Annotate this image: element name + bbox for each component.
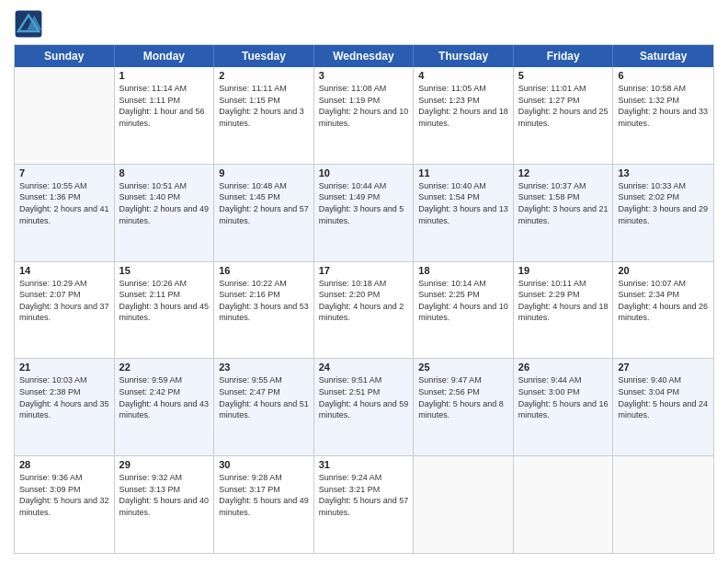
day-info: Sunrise: 9:40 AMSunset: 3:04 PMDaylight:… — [618, 374, 709, 420]
day-number: 2 — [219, 70, 309, 81]
calendar-cell: 18Sunrise: 10:14 AMSunset: 2:25 PMDaylig… — [414, 262, 514, 359]
calendar-cell: 3Sunrise: 11:08 AMSunset: 1:19 PMDayligh… — [314, 67, 415, 164]
day-number: 5 — [518, 70, 609, 81]
calendar-cell: 15Sunrise: 10:26 AMSunset: 2:11 PMDaylig… — [115, 262, 215, 359]
calendar-cell: 31Sunrise: 9:24 AMSunset: 3:21 PMDayligh… — [314, 456, 415, 553]
day-number: 24 — [319, 362, 409, 373]
day-info: Sunrise: 9:44 AMSunset: 3:00 PMDaylight:… — [518, 374, 609, 420]
day-number: 4 — [418, 70, 508, 81]
day-number: 23 — [219, 362, 309, 373]
calendar-cell: 23Sunrise: 9:55 AMSunset: 2:47 PMDayligh… — [214, 359, 314, 455]
calendar-cell — [514, 456, 614, 553]
calendar-header-row: SundayMondayTuesdayWednesdayThursdayFrid… — [15, 45, 713, 67]
day-number: 18 — [418, 265, 508, 276]
calendar-row: 21Sunrise: 10:03 AMSunset: 2:38 PMDaylig… — [15, 359, 713, 456]
calendar-cell: 24Sunrise: 9:51 AMSunset: 2:51 PMDayligh… — [314, 359, 415, 455]
calendar-cell: 16Sunrise: 10:22 AMSunset: 2:16 PMDaylig… — [214, 262, 314, 359]
calendar-header-cell: Tuesday — [214, 45, 314, 67]
day-number: 10 — [319, 167, 409, 178]
day-info: Sunrise: 10:40 AMSunset: 1:54 PMDaylight… — [418, 180, 508, 226]
day-number: 11 — [418, 167, 508, 178]
calendar-header-cell: Sunday — [15, 45, 115, 67]
day-info: Sunrise: 9:28 AMSunset: 3:17 PMDaylight:… — [219, 472, 309, 518]
calendar-cell — [414, 456, 514, 553]
calendar-cell: 21Sunrise: 10:03 AMSunset: 2:38 PMDaylig… — [15, 359, 115, 455]
calendar-cell: 11Sunrise: 10:40 AMSunset: 1:54 PMDaylig… — [414, 165, 514, 261]
calendar-cell: 29Sunrise: 9:32 AMSunset: 3:13 PMDayligh… — [115, 456, 215, 553]
calendar-cell: 22Sunrise: 9:59 AMSunset: 2:42 PMDayligh… — [115, 359, 215, 455]
day-number: 16 — [219, 265, 309, 276]
calendar: SundayMondayTuesdayWednesdayThursdayFrid… — [14, 44, 714, 554]
header — [14, 9, 714, 39]
calendar-row: 7Sunrise: 10:55 AMSunset: 1:36 PMDayligh… — [15, 165, 713, 262]
calendar-cell: 27Sunrise: 9:40 AMSunset: 3:04 PMDayligh… — [613, 359, 713, 455]
day-info: Sunrise: 11:11 AMSunset: 1:15 PMDaylight… — [219, 83, 309, 129]
day-info: Sunrise: 10:07 AMSunset: 2:34 PMDaylight… — [618, 278, 709, 324]
day-info: Sunrise: 9:51 AMSunset: 2:51 PMDaylight:… — [319, 374, 409, 420]
day-number: 15 — [119, 265, 210, 276]
calendar-row: 28Sunrise: 9:36 AMSunset: 3:09 PMDayligh… — [15, 456, 713, 553]
calendar-cell: 12Sunrise: 10:37 AMSunset: 1:58 PMDaylig… — [514, 165, 614, 261]
day-info: Sunrise: 11:01 AMSunset: 1:27 PMDaylight… — [518, 83, 609, 129]
calendar-cell: 17Sunrise: 10:18 AMSunset: 2:20 PMDaylig… — [314, 262, 415, 359]
day-number: 30 — [219, 459, 309, 470]
calendar-row: 1Sunrise: 11:14 AMSunset: 1:11 PMDayligh… — [15, 67, 713, 165]
calendar-cell: 25Sunrise: 9:47 AMSunset: 2:56 PMDayligh… — [414, 359, 514, 455]
calendar-cell: 2Sunrise: 11:11 AMSunset: 1:15 PMDayligh… — [214, 67, 314, 164]
calendar-cell: 19Sunrise: 10:11 AMSunset: 2:29 PMDaylig… — [514, 262, 614, 359]
day-number: 9 — [219, 167, 309, 178]
calendar-header-cell: Thursday — [414, 45, 514, 67]
day-number: 3 — [319, 70, 409, 81]
day-info: Sunrise: 9:47 AMSunset: 2:56 PMDaylight:… — [418, 374, 508, 420]
day-info: Sunrise: 10:03 AMSunset: 2:38 PMDaylight… — [19, 374, 109, 420]
day-number: 1 — [119, 70, 210, 81]
calendar-cell: 10Sunrise: 10:44 AMSunset: 1:49 PMDaylig… — [314, 165, 415, 261]
day-info: Sunrise: 11:05 AMSunset: 1:23 PMDaylight… — [418, 83, 508, 129]
calendar-cell: 20Sunrise: 10:07 AMSunset: 2:34 PMDaylig… — [613, 262, 713, 359]
day-info: Sunrise: 9:32 AMSunset: 3:13 PMDaylight:… — [119, 472, 210, 518]
day-number: 6 — [618, 70, 709, 81]
page: SundayMondayTuesdayWednesdayThursdayFrid… — [0, 0, 728, 563]
day-number: 13 — [618, 167, 709, 178]
day-number: 7 — [19, 167, 109, 178]
day-info: Sunrise: 10:37 AMSunset: 1:58 PMDaylight… — [518, 180, 609, 226]
calendar-cell: 4Sunrise: 11:05 AMSunset: 1:23 PMDayligh… — [414, 67, 514, 164]
day-number: 27 — [618, 362, 709, 373]
calendar-cell: 14Sunrise: 10:29 AMSunset: 2:07 PMDaylig… — [15, 262, 115, 359]
day-info: Sunrise: 10:33 AMSunset: 2:02 PMDaylight… — [618, 180, 709, 226]
logo-icon — [14, 9, 43, 39]
day-number: 8 — [119, 167, 210, 178]
day-info: Sunrise: 10:18 AMSunset: 2:20 PMDaylight… — [319, 278, 409, 324]
logo — [14, 9, 47, 39]
calendar-cell — [613, 456, 713, 553]
day-info: Sunrise: 10:51 AMSunset: 1:40 PMDaylight… — [119, 180, 210, 226]
day-info: Sunrise: 10:44 AMSunset: 1:49 PMDaylight… — [319, 180, 409, 226]
day-number: 28 — [19, 459, 109, 470]
day-number: 21 — [19, 362, 109, 373]
calendar-cell: 5Sunrise: 11:01 AMSunset: 1:27 PMDayligh… — [514, 67, 614, 164]
day-info: Sunrise: 9:55 AMSunset: 2:47 PMDaylight:… — [219, 374, 309, 420]
calendar-header-cell: Wednesday — [314, 45, 415, 67]
day-number: 22 — [119, 362, 210, 373]
day-info: Sunrise: 10:26 AMSunset: 2:11 PMDaylight… — [119, 278, 210, 324]
day-number: 17 — [319, 265, 409, 276]
day-info: Sunrise: 11:14 AMSunset: 1:11 PMDaylight… — [119, 83, 210, 129]
day-info: Sunrise: 9:59 AMSunset: 2:42 PMDaylight:… — [119, 374, 210, 420]
day-number: 14 — [19, 265, 109, 276]
day-info: Sunrise: 11:08 AMSunset: 1:19 PMDaylight… — [319, 83, 409, 129]
calendar-cell: 1Sunrise: 11:14 AMSunset: 1:11 PMDayligh… — [115, 67, 215, 164]
day-number: 29 — [119, 459, 210, 470]
calendar-header-cell: Monday — [115, 45, 215, 67]
day-info: Sunrise: 9:24 AMSunset: 3:21 PMDaylight:… — [319, 472, 409, 518]
calendar-body: 1Sunrise: 11:14 AMSunset: 1:11 PMDayligh… — [15, 67, 713, 553]
day-info: Sunrise: 10:11 AMSunset: 2:29 PMDaylight… — [518, 278, 609, 324]
day-info: Sunrise: 10:22 AMSunset: 2:16 PMDaylight… — [219, 278, 309, 324]
calendar-cell: 28Sunrise: 9:36 AMSunset: 3:09 PMDayligh… — [15, 456, 115, 553]
day-info: Sunrise: 10:55 AMSunset: 1:36 PMDaylight… — [19, 180, 109, 226]
day-number: 25 — [418, 362, 508, 373]
day-number: 31 — [319, 459, 409, 470]
day-info: Sunrise: 9:36 AMSunset: 3:09 PMDaylight:… — [19, 472, 109, 518]
day-info: Sunrise: 10:14 AMSunset: 2:25 PMDaylight… — [418, 278, 508, 324]
day-number: 12 — [518, 167, 609, 178]
calendar-cell: 26Sunrise: 9:44 AMSunset: 3:00 PMDayligh… — [514, 359, 614, 455]
